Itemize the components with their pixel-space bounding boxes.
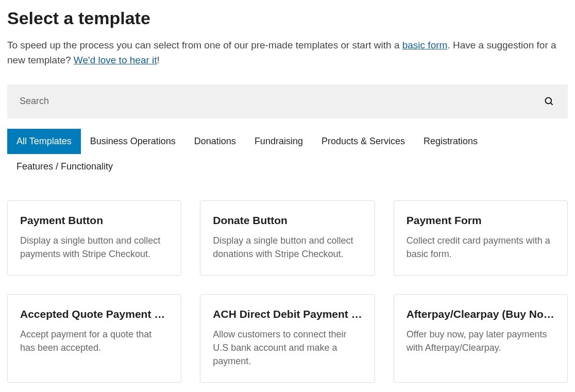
card-title: Donate Button [213, 214, 362, 227]
card-afterpay-clearpay[interactable]: Afterpay/Clearpay (Buy No… Offer buy now… [394, 294, 568, 383]
suggestion-link[interactable]: We'd love to hear it [74, 55, 157, 65]
page-title: Select a template [7, 8, 568, 28]
card-accepted-quote[interactable]: Accepted Quote Payment … Accept payment … [7, 294, 181, 383]
card-payment-button[interactable]: Payment Button Display a single button a… [7, 200, 181, 276]
card-ach-direct-debit[interactable]: ACH Direct Debit Payment … Allow custome… [200, 294, 375, 383]
card-desc: Offer buy now, pay later payments with A… [407, 328, 555, 354]
intro-part1: To speed up the process you can select f… [7, 40, 402, 50]
card-title: Payment Form [407, 214, 555, 227]
intro-part3: ! [157, 55, 160, 65]
card-title: Accepted Quote Payment … [20, 308, 168, 320]
card-desc: Collect credit card payments with a basi… [407, 234, 555, 261]
card-desc: Display a single button and collect paym… [20, 234, 168, 261]
basic-form-link[interactable]: basic form [402, 40, 448, 50]
card-donate-button[interactable]: Donate Button Display a single button an… [200, 200, 375, 276]
tab-business-operations[interactable]: Business Operations [81, 129, 185, 154]
tab-all-templates[interactable]: All Templates [7, 129, 81, 154]
card-title: ACH Direct Debit Payment … [213, 308, 362, 320]
tab-products-services[interactable]: Products & Services [312, 129, 414, 154]
tab-registrations[interactable]: Registrations [414, 129, 487, 154]
card-title: Payment Button [20, 214, 168, 227]
card-title: Afterpay/Clearpay (Buy No… [407, 308, 555, 320]
cards-grid: Payment Button Display a single button a… [7, 200, 568, 383]
card-desc: Allow customers to connect their U.S ban… [213, 328, 362, 368]
tabs-container: All Templates Business Operations Donati… [7, 129, 568, 180]
card-payment-form[interactable]: Payment Form Collect credit card payment… [394, 200, 568, 276]
search-input[interactable] [7, 84, 568, 118]
tab-fundraising[interactable]: Fundraising [245, 129, 312, 154]
intro-text: To speed up the process you can select f… [7, 38, 564, 68]
tab-features-functionality[interactable]: Features / Functionality [7, 154, 122, 179]
search-container [7, 84, 568, 118]
card-desc: Accept payment for a quote that has been… [20, 328, 168, 354]
card-desc: Display a single button and collect dona… [213, 234, 362, 261]
tab-donations[interactable]: Donations [185, 129, 245, 154]
